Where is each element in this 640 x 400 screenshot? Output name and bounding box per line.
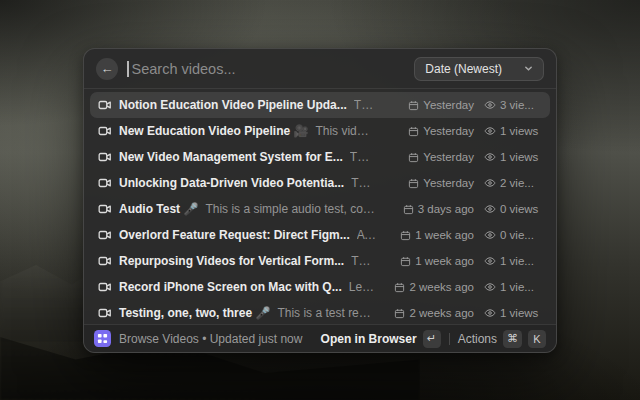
video-meta: 2 weeks ago 1 vie...	[382, 281, 542, 293]
video-description: A user suggests a new feature for Ov...	[357, 228, 375, 242]
video-view-count: 3 vie...	[500, 99, 534, 111]
search-bar: ← Date (Newest)	[84, 49, 556, 89]
open-in-browser-label: Open in Browser	[321, 332, 417, 346]
open-in-browser-button[interactable]: Open in Browser ↵	[321, 330, 441, 348]
video-camera-icon	[98, 228, 112, 242]
video-title: New Education Video Pipeline 🎥	[119, 124, 308, 138]
video-list-item[interactable]: Overlord Feature Request: Direct Figm...…	[90, 222, 550, 248]
actions-label: Actions	[458, 332, 497, 346]
video-view-count: 1 views	[500, 307, 538, 319]
video-date: 2 weeks ago	[409, 307, 474, 319]
video-meta: 3 days ago 0 views	[382, 203, 542, 215]
video-description: This video explains the new 'Education V…	[315, 124, 375, 138]
video-description: This is a simple audio test, confirming …	[205, 202, 375, 216]
video-meta: 2 weeks ago 1 views	[382, 307, 542, 319]
video-list-item[interactable]: New Video Management System for E... Thi…	[90, 144, 550, 170]
video-description: This video discusses the repurposing...	[351, 254, 375, 268]
video-list-item[interactable]: Repurposing Videos for Vertical Form... …	[90, 248, 550, 274]
video-date: 1 week ago	[415, 229, 474, 241]
video-meta: 1 week ago 1 vie...	[382, 255, 542, 267]
video-list-item[interactable]: New Education Video Pipeline 🎥 This vide…	[90, 118, 550, 144]
back-arrow-icon: ←	[101, 62, 114, 75]
eye-icon	[484, 255, 496, 267]
text-cursor	[127, 61, 129, 77]
video-title: Overlord Feature Request: Direct Figm...	[119, 228, 350, 242]
video-meta: Yesterday 1 views	[382, 151, 542, 163]
video-title: Audio Test 🎤	[119, 202, 198, 216]
eye-icon	[484, 229, 496, 241]
back-button[interactable]: ←	[96, 58, 118, 80]
k-key-icon: K	[528, 330, 546, 348]
eye-icon	[484, 203, 496, 215]
video-date: Yesterday	[423, 151, 474, 163]
video-camera-icon	[98, 98, 112, 112]
calendar-icon	[403, 204, 414, 215]
calendar-icon	[394, 308, 405, 319]
video-title: Testing, one, two, three 🎤	[119, 306, 270, 320]
video-camera-icon	[98, 306, 112, 320]
eye-icon	[484, 125, 496, 137]
return-key-icon: ↵	[423, 330, 441, 348]
calendar-icon	[408, 100, 419, 111]
video-camera-icon	[98, 176, 112, 190]
browse-videos-window: ← Date (Newest) Notion Education Video P…	[83, 48, 557, 353]
video-title: Repurposing Videos for Vertical Form...	[119, 254, 344, 268]
video-title: New Video Management System for E...	[119, 150, 343, 164]
sort-dropdown-value: Date (Newest)	[425, 62, 502, 76]
video-view-count: 1 views	[500, 125, 538, 137]
actions-button[interactable]: Actions ⌘ K	[458, 330, 546, 348]
video-view-count: 0 vie...	[500, 229, 534, 241]
eye-icon	[484, 99, 496, 111]
video-description: Learn how to record your iPhone scr...	[349, 280, 375, 294]
video-list-item[interactable]: Audio Test 🎤 This is a simple audio test…	[90, 196, 550, 222]
video-description: This video explains the new education...	[354, 98, 375, 112]
footer-divider	[449, 333, 450, 345]
search-input[interactable]	[132, 61, 406, 77]
video-title: Notion Education Video Pipeline Upda...	[119, 98, 347, 112]
video-meta: 1 week ago 0 vie...	[382, 229, 542, 241]
video-view-count: 1 vie...	[500, 255, 534, 267]
eye-icon	[484, 307, 496, 319]
eye-icon	[484, 151, 496, 163]
video-results-list: Notion Education Video Pipeline Upda... …	[84, 89, 556, 324]
footer-action-bar: Browse Videos • Updated just now Open in…	[84, 324, 556, 352]
eye-icon	[484, 177, 496, 189]
video-meta: Yesterday 1 views	[382, 125, 542, 137]
calendar-icon	[394, 282, 405, 293]
video-description: This is a test recording. Testing, one, …	[277, 306, 375, 320]
calendar-icon	[400, 230, 411, 241]
video-view-count: 1 views	[500, 151, 538, 163]
video-date: Yesterday	[423, 177, 474, 189]
video-list-item[interactable]: Unlocking Data-Driven Video Potentia... …	[90, 170, 550, 196]
video-meta: Yesterday 2 vie...	[382, 177, 542, 189]
video-camera-icon	[98, 150, 112, 164]
video-view-count: 2 vie...	[500, 177, 534, 189]
calendar-icon	[408, 152, 419, 163]
video-camera-icon	[98, 254, 112, 268]
video-camera-icon	[98, 202, 112, 216]
video-meta: Yesterday 3 vie...	[382, 99, 542, 111]
video-date: 3 days ago	[418, 203, 474, 215]
video-view-count: 0 views	[500, 203, 538, 215]
video-date: Yesterday	[423, 125, 474, 137]
chevron-down-icon	[524, 64, 533, 73]
sort-dropdown[interactable]: Date (Newest)	[414, 57, 544, 81]
eye-icon	[484, 281, 496, 293]
video-list-item[interactable]: Notion Education Video Pipeline Upda... …	[90, 92, 550, 118]
video-camera-icon	[98, 280, 112, 294]
video-description: This video explains the new centralize..…	[350, 150, 375, 164]
video-date: Yesterday	[423, 99, 474, 111]
video-title: Unlocking Data-Driven Video Potentia...	[119, 176, 344, 190]
video-title: Record iPhone Screen on Mac with Q...	[119, 280, 342, 294]
video-list-item[interactable]: Record iPhone Screen on Mac with Q... Le…	[90, 274, 550, 300]
video-description: This video discusses the potential of d.…	[351, 176, 375, 190]
calendar-icon	[408, 178, 419, 189]
video-date: 2 weeks ago	[409, 281, 474, 293]
footer-status-text: Browse Videos • Updated just now	[119, 332, 313, 346]
browse-videos-extension-icon	[94, 330, 111, 347]
video-camera-icon	[98, 124, 112, 138]
calendar-icon	[400, 256, 411, 267]
video-list-item[interactable]: Testing, one, two, three 🎤 This is a tes…	[90, 300, 550, 324]
video-view-count: 1 vie...	[500, 281, 534, 293]
calendar-icon	[408, 126, 419, 137]
